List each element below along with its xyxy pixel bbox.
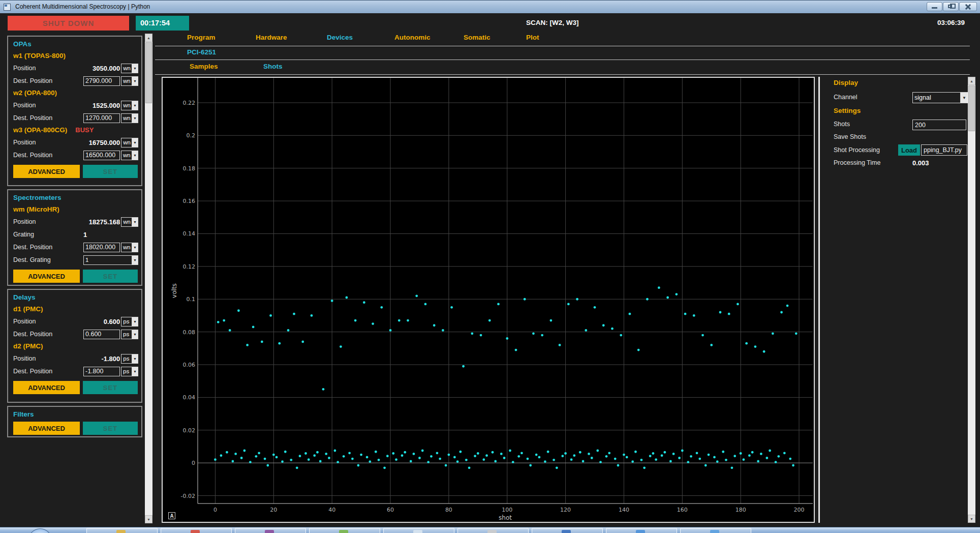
svg-text:20: 20 [270,507,277,513]
svg-text:0.06: 0.06 [183,362,196,368]
titlebar[interactable]: Coherent Multidimensional Spectroscopy |… [0,0,980,13]
w3-position-unit-select[interactable]: wn▼ [121,138,138,147]
delays-set-button[interactable]: SET [83,381,138,394]
d1-dest-position-input[interactable] [83,330,120,339]
w3-dest-position-input[interactable] [83,151,120,160]
d2-dest-unit-select[interactable]: ps▼ [121,367,138,376]
load-script-button[interactable]: Load [898,144,920,156]
d1-dest-unit-select[interactable]: ps▼ [121,330,138,339]
processing-script-input[interactable] [921,144,967,156]
minimize-button[interactable] [927,2,942,11]
dest-grating-label: Dest. Grating [13,256,83,263]
scroll-up-icon[interactable]: ▲ [145,34,152,42]
taskbar-app-button[interactable] [532,528,603,533]
menu-item-plot[interactable]: Plot [526,34,539,41]
filters-set-button[interactable]: SET [83,422,138,435]
taskbar-app-button[interactable] [383,528,454,533]
scroll-down-icon[interactable]: ▼ [145,515,152,523]
wm-dest-grating-select[interactable]: 1▼ [83,255,138,265]
taskbar-app-button[interactable] [86,528,158,533]
svg-text:100: 100 [502,507,512,513]
wm-position-unit-select[interactable]: wn▼ [121,217,138,227]
position-value: 18275.168 [83,218,120,226]
chevron-down-icon: ▼ [132,243,138,252]
svg-text:volts: volts [171,283,178,298]
device-name-w3: w3 (OPA-800CG)BUSY [13,126,138,135]
menu-item-devices[interactable]: Devices [327,34,353,41]
taskbar-app-button[interactable] [235,528,306,533]
minimize-icon [932,7,937,9]
w1-position-unit-select[interactable]: wn▼ [121,64,138,73]
channel-select[interactable]: signal ▼ [912,92,968,103]
chevron-down-icon: ▼ [132,138,138,147]
windows-taskbar[interactable] [0,527,980,533]
chevron-down-icon: ▼ [132,64,138,73]
menu-item-program[interactable]: Program [187,34,216,41]
section-title-delays: Delays [13,293,138,303]
taskbar-app-button[interactable] [680,528,751,533]
w3-dest-unit-select[interactable]: wn▼ [121,151,138,160]
tab-samples[interactable]: Samples [190,63,218,70]
chevron-down-icon: ▼ [132,114,138,123]
wm-dest-grating-row: Dest. Grating 1▼ [13,254,138,265]
d1-position-unit-select[interactable]: ps▼ [121,317,138,327]
w1-dest-unit-select[interactable]: wn▼ [121,76,138,86]
w1-dest-position-row: Dest. Position wn▼ [13,75,138,86]
taskbar-app-button[interactable] [309,528,380,533]
sidebar-scrollbar[interactable]: ▲ ▼ [145,34,152,523]
scrollbar-thumb[interactable] [968,85,975,131]
position-value: 1525.000 [83,102,120,109]
opas-set-button[interactable]: SET [83,165,138,178]
taskbar-app-button[interactable] [161,528,232,533]
position-label: Position [13,218,83,225]
wm-dest-position-row: Dest. Position wn▼ [13,242,138,253]
channel-label: Channel [834,94,858,101]
svg-text:0.22: 0.22 [183,100,196,106]
delays-advanced-button[interactable]: ADVANCED [13,381,80,394]
wm-dest-position-input[interactable] [83,243,120,252]
menu-item-autonomic[interactable]: Autonomic [394,34,431,41]
d2-dest-position-input[interactable] [83,367,120,376]
restore-button[interactable] [943,2,959,11]
shutdown-button[interactable]: SHUT DOWN [8,16,129,31]
opas-advanced-button[interactable]: ADVANCED [13,165,80,178]
w2-position-unit-select[interactable]: wn▼ [121,101,138,110]
menu-item-somatic[interactable]: Somatic [464,34,491,41]
start-button[interactable] [28,528,52,533]
svg-text:160: 160 [677,507,688,513]
scroll-up-icon[interactable]: ▲ [968,77,975,85]
svg-text:0.02: 0.02 [183,427,196,434]
position-value: 16750.000 [83,139,120,146]
position-value: -1.800 [83,355,120,363]
shots-count-input[interactable] [912,120,966,130]
scrollbar-thumb[interactable] [145,42,152,103]
wm-dest-unit-select[interactable]: wn▼ [121,243,138,252]
position-value: 0.600 [83,318,120,325]
close-button[interactable] [959,2,977,11]
spectrometers-advanced-button[interactable]: ADVANCED [13,270,80,283]
d2-position-unit-select[interactable]: ps▼ [121,354,138,364]
taskbar-app-button[interactable] [457,528,529,533]
shots-scatter-plot[interactable]: 020406080100120140160180200-0.0200.020.0… [163,78,814,522]
w1-dest-position-input[interactable] [83,76,120,86]
taskbar-app-button[interactable] [606,528,677,533]
scan-status: SCAN: [W2, W3] [526,19,579,26]
dest-position-label: Dest. Position [13,368,83,375]
device-name-d2: d2 (PMC) [13,342,138,351]
plot-panel-splitter[interactable] [818,77,820,523]
right-panel-scrollbar[interactable]: ▲ ▼ [968,77,975,523]
w2-dest-unit-select[interactable]: wn▼ [121,113,138,123]
spectrometers-set-button[interactable]: SET [83,270,138,283]
svg-text:shot: shot [499,514,512,521]
dest-position-label: Dest. Position [13,244,83,251]
taskbar-app-icon [116,530,126,533]
w2-dest-position-input[interactable] [83,113,120,123]
menu-item-hardware[interactable]: Hardware [256,34,287,41]
tab-pci-6251[interactable]: PCI-6251 [187,48,216,56]
position-value: 3050.000 [83,65,120,72]
device-name-d1: d1 (PMC) [13,305,138,314]
autoscale-button[interactable]: A [168,512,175,519]
tab-shots[interactable]: Shots [263,63,283,70]
filters-advanced-button[interactable]: ADVANCED [13,422,80,435]
scroll-down-icon[interactable]: ▼ [968,515,975,523]
